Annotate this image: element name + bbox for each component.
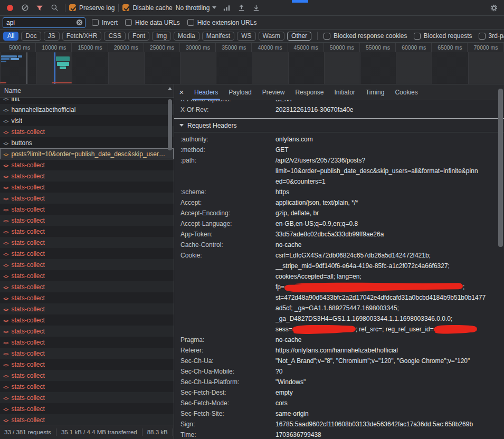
clear-filter-icon[interactable] [76,19,83,26]
request-row[interactable]: stats-collect [0,215,174,226]
request-row[interactable]: stats-collect [0,182,174,193]
request-name: stats-collect [11,128,44,136]
header-value: DENY [275,100,504,104]
disable-cache-checkbox[interactable]: Disable cache [122,4,172,12]
clear-network-log-button[interactable] [18,2,32,14]
blocked-filter-checkbox[interactable]: Blocked response cookies [324,32,407,40]
overview-activity-bar [18,55,22,58]
type-filter-pill[interactable]: Other [287,32,311,41]
request-name: stats-collect [11,228,44,235]
request-row[interactable]: stats-collect [0,281,174,292]
status-divider [142,428,142,436]
overview-activity-bar [1,61,6,62]
type-filter-pill[interactable]: Wasm [259,32,285,41]
request-row[interactable]: stats-collect [0,193,174,204]
filter-option-checkbox[interactable]: Invert [92,19,118,26]
timeline-label: 70000 ms [468,43,503,52]
request-row[interactable]: stats-collect [0,414,174,425]
request-row[interactable]: buttons [0,137,174,148]
details-tab[interactable]: Timing [360,84,390,100]
request-row[interactable]: stats-collect [0,248,174,259]
filter-option-checkbox[interactable]: Hide extension URLs [187,19,257,26]
details-tab[interactable]: Preview [257,84,290,100]
request-row[interactable]: stats-collect [0,337,174,348]
request-row[interactable]: stats-collect [0,204,174,215]
request-name: stats-collect [11,350,44,357]
header-value: "Windows" [275,377,504,387]
request-row[interactable]: stats-collect [0,403,174,414]
request-row[interactable]: stats-collect [0,392,174,403]
details-tab[interactable]: Response [290,84,329,100]
type-filter-pill[interactable]: Doc [21,32,41,41]
request-row[interactable]: posts?limit=10&order=publish_date_desc&s… [0,148,174,159]
throttling-select[interactable]: No throttling [176,4,217,12]
filter-option-checkbox[interactable]: Hide data URLs [125,19,180,26]
type-filter-pill[interactable]: JS [44,32,60,41]
details-tab[interactable]: Headers [189,84,223,100]
request-row[interactable]: stats-collect [0,292,174,303]
network-conditions-button[interactable] [220,2,233,14]
record-button[interactable] [3,2,17,14]
export-har-button[interactable] [249,2,263,14]
devtools-settings-button[interactable] [487,2,501,14]
checkbox-label: Blocked response cookies [334,32,407,40]
request-row[interactable]: stats-collect [0,237,174,248]
request-row[interactable]: stats-collect [0,326,174,337]
blocked-filter-checkbox[interactable]: Blocked requests [414,32,472,40]
type-filter-pill[interactable]: Manifest [202,32,234,41]
preserve-log-checkbox[interactable]: Preserve log [69,4,115,12]
name-column-header[interactable]: Name [0,84,174,98]
type-filter-pill[interactable]: Font [128,32,149,41]
request-row[interactable]: stats-collect [0,348,174,359]
overview-waterfall[interactable] [0,52,504,84]
request-row[interactable]: stats-collect [0,259,174,270]
blocked-filter-checkbox[interactable]: 3rd-party requests [479,32,504,40]
checkbox-icon [69,4,76,11]
request-row[interactable]: hannahelizabethofficial [0,104,174,115]
header-name: Cache-Control: [174,240,275,250]
close-details-button[interactable]: × [174,84,189,100]
type-filter-pill[interactable]: Fetch/XHR [62,32,102,41]
checkbox-label: Blocked requests [424,32,472,40]
checkbox-icon [125,19,132,26]
request-row[interactable]: stats-collect [0,170,174,182]
filter-input[interactable] [6,19,74,26]
filter-toggle-button[interactable] [33,2,46,14]
header-name: :scheme: [174,187,275,197]
type-filter-pill[interactable]: All [3,32,18,41]
request-list-scrollbar[interactable] [167,86,173,424]
details-scrollbar-thumb[interactable] [498,89,503,247]
header-value: https://onlyfans.com/hannahelizabethoffi… [275,345,504,356]
request-row[interactable]: init [0,98,174,104]
preserve-log-label: Preserve log [79,4,115,12]
timeline-label: 40000 ms [252,43,288,52]
header-row: Sec-Fetch-Dest: empty [174,387,504,398]
request-row[interactable]: visit [0,115,174,126]
search-button[interactable] [47,2,61,14]
scrollbar-thumb[interactable] [168,99,172,150]
type-filter-pill[interactable]: Media [174,32,199,41]
type-filter-pill[interactable]: CSS [104,32,126,41]
request-name: stats-collect [11,239,44,246]
type-filter-pill[interactable]: Img [152,32,171,41]
details-tab[interactable]: Cookies [389,84,423,100]
request-headers-section-header[interactable]: Request Headers [174,119,504,132]
request-row[interactable]: stats-collect [0,270,174,281]
toolbar-divider [65,4,65,12]
overview-activity-bar [1,58,9,60]
request-row[interactable]: stats-collect [0,226,174,237]
request-row[interactable]: stats-collect [0,159,174,170]
import-har-button[interactable] [234,2,248,14]
request-row[interactable]: stats-collect [0,370,174,381]
request-row[interactable]: stats-collect [0,314,174,326]
header-row: X-Frame-Options: DENY [174,100,504,104]
scroll-up-arrow-icon[interactable] [168,87,172,90]
details-tab[interactable]: Initiator [329,84,360,100]
details-tab[interactable]: Payload [223,84,256,100]
request-row[interactable]: stats-collect [0,126,174,137]
request-row[interactable]: stats-collect [0,359,174,370]
request-row[interactable]: stats-collect [0,381,174,392]
type-filter-pill[interactable]: WS [237,32,255,41]
request-row[interactable]: stats-collect [0,303,174,314]
request-name: stats-collect [11,283,44,291]
